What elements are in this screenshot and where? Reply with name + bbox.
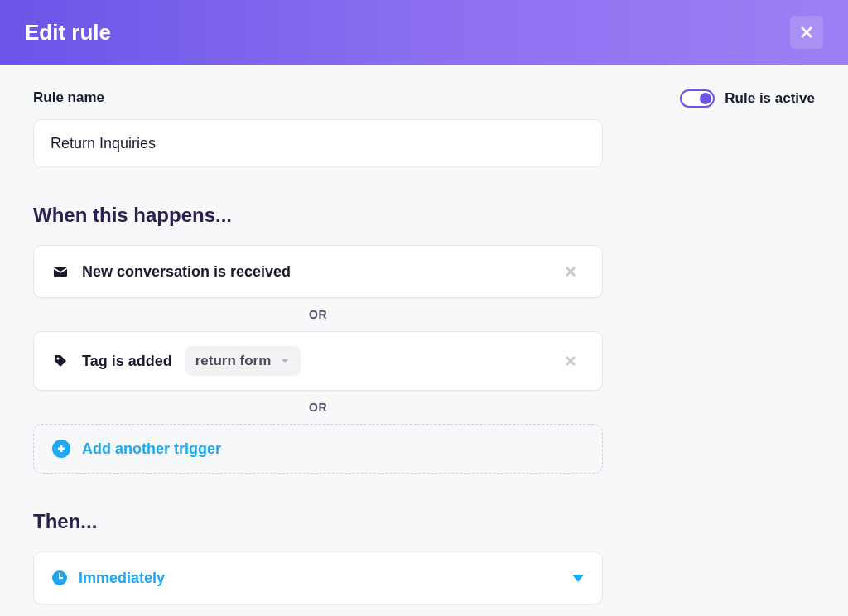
toggle-knob — [700, 93, 711, 104]
then-heading: Then... — [33, 510, 815, 533]
add-trigger-button[interactable]: Add another trigger — [33, 424, 603, 474]
plus-circle-icon — [52, 440, 70, 458]
or-separator: OR — [33, 308, 603, 321]
trigger-text: New conversation is received — [82, 263, 291, 281]
remove-trigger-button[interactable] — [557, 258, 584, 285]
svg-point-1 — [57, 358, 60, 360]
trigger-text: Tag is added — [82, 353, 172, 370]
active-toggle-group: Rule is active — [680, 89, 815, 108]
modal-title: Edit rule — [25, 20, 111, 46]
close-button[interactable] — [790, 16, 823, 49]
clock-icon — [52, 570, 67, 585]
active-toggle[interactable] — [680, 89, 715, 108]
timing-dropdown[interactable]: Immediately — [33, 551, 603, 604]
timing-value: Immediately — [79, 570, 561, 587]
tag-dropdown-value: return form — [195, 353, 272, 369]
rule-name-input[interactable] — [33, 119, 603, 167]
tag-dropdown[interactable]: return form — [186, 346, 301, 376]
chevron-down-icon — [279, 355, 291, 367]
close-icon — [799, 25, 814, 40]
rule-name-label: Rule name — [33, 89, 104, 106]
trigger-card-new-conversation: New conversation is received — [33, 245, 603, 298]
chevron-down-icon — [572, 575, 584, 582]
close-icon — [564, 354, 577, 368]
add-trigger-label: Add another trigger — [82, 440, 221, 458]
or-separator: OR — [33, 401, 603, 414]
tag-icon — [52, 353, 69, 369]
remove-trigger-button[interactable] — [557, 348, 584, 374]
modal-header: Edit rule — [0, 0, 848, 65]
close-icon — [564, 265, 577, 278]
trigger-card-tag-added: Tag is added return form — [33, 331, 603, 391]
triggers-heading: When this happens... — [33, 204, 815, 227]
mail-icon — [52, 263, 69, 280]
active-toggle-label: Rule is active — [725, 90, 815, 107]
